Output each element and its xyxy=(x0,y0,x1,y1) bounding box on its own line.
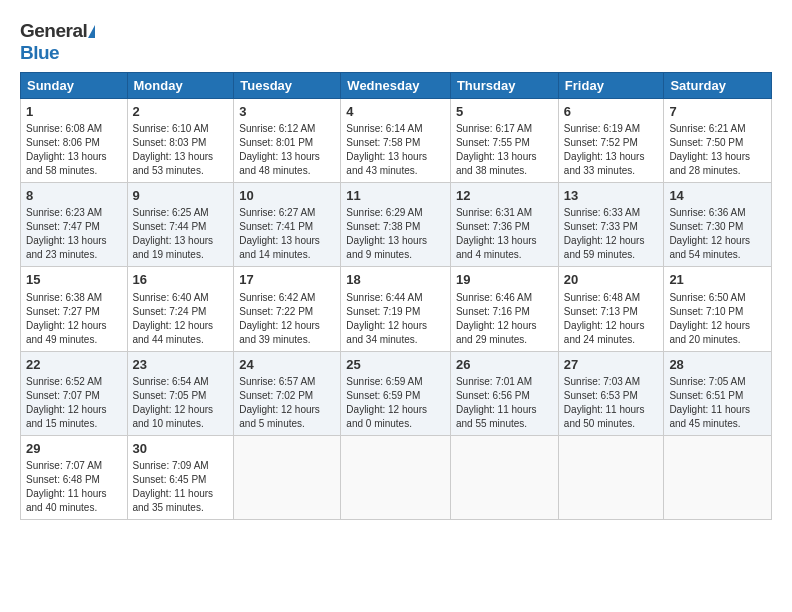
sunrise: Sunrise: 6:33 AM xyxy=(564,207,640,218)
sunset: Sunset: 7:24 PM xyxy=(133,306,207,317)
sunrise: Sunrise: 6:17 AM xyxy=(456,123,532,134)
daylight: Daylight: 12 hours and 10 minutes. xyxy=(133,404,214,429)
sunrise: Sunrise: 7:07 AM xyxy=(26,460,102,471)
day-number: 6 xyxy=(564,103,659,121)
sunset: Sunset: 7:55 PM xyxy=(456,137,530,148)
sunrise: Sunrise: 6:08 AM xyxy=(26,123,102,134)
logo-general: General xyxy=(20,20,87,42)
daylight: Daylight: 13 hours and 33 minutes. xyxy=(564,151,645,176)
day-number: 11 xyxy=(346,187,445,205)
day-number: 9 xyxy=(133,187,229,205)
calendar-cell: 3Sunrise: 6:12 AMSunset: 8:01 PMDaylight… xyxy=(234,99,341,183)
calendar-week-row: 1Sunrise: 6:08 AMSunset: 8:06 PMDaylight… xyxy=(21,99,772,183)
day-number: 30 xyxy=(133,440,229,458)
sunset: Sunset: 7:58 PM xyxy=(346,137,420,148)
day-number: 7 xyxy=(669,103,766,121)
sunrise: Sunrise: 6:59 AM xyxy=(346,376,422,387)
day-number: 19 xyxy=(456,271,553,289)
day-number: 17 xyxy=(239,271,335,289)
day-number: 8 xyxy=(26,187,122,205)
sunset: Sunset: 8:01 PM xyxy=(239,137,313,148)
day-number: 24 xyxy=(239,356,335,374)
sunrise: Sunrise: 7:05 AM xyxy=(669,376,745,387)
header: General Blue xyxy=(20,16,772,64)
calendar-cell: 2Sunrise: 6:10 AMSunset: 8:03 PMDaylight… xyxy=(127,99,234,183)
calendar-day-header: Sunday xyxy=(21,73,128,99)
sunset: Sunset: 7:41 PM xyxy=(239,221,313,232)
daylight: Daylight: 12 hours and 54 minutes. xyxy=(669,235,750,260)
calendar-cell: 27Sunrise: 7:03 AMSunset: 6:53 PMDayligh… xyxy=(558,351,664,435)
calendar-day-header: Thursday xyxy=(450,73,558,99)
calendar-cell: 16Sunrise: 6:40 AMSunset: 7:24 PMDayligh… xyxy=(127,267,234,351)
daylight: Daylight: 11 hours and 50 minutes. xyxy=(564,404,645,429)
day-number: 27 xyxy=(564,356,659,374)
day-number: 16 xyxy=(133,271,229,289)
daylight: Daylight: 11 hours and 40 minutes. xyxy=(26,488,107,513)
calendar-cell xyxy=(450,435,558,519)
logo: General Blue xyxy=(20,20,95,64)
sunset: Sunset: 6:59 PM xyxy=(346,390,420,401)
calendar-day-header: Wednesday xyxy=(341,73,451,99)
sunrise: Sunrise: 6:40 AM xyxy=(133,292,209,303)
calendar-cell: 10Sunrise: 6:27 AMSunset: 7:41 PMDayligh… xyxy=(234,183,341,267)
daylight: Daylight: 13 hours and 4 minutes. xyxy=(456,235,537,260)
daylight: Daylight: 12 hours and 34 minutes. xyxy=(346,320,427,345)
calendar-cell: 15Sunrise: 6:38 AMSunset: 7:27 PMDayligh… xyxy=(21,267,128,351)
calendar-cell: 24Sunrise: 6:57 AMSunset: 7:02 PMDayligh… xyxy=(234,351,341,435)
day-number: 13 xyxy=(564,187,659,205)
calendar-cell: 8Sunrise: 6:23 AMSunset: 7:47 PMDaylight… xyxy=(21,183,128,267)
daylight: Daylight: 13 hours and 58 minutes. xyxy=(26,151,107,176)
sunrise: Sunrise: 6:27 AM xyxy=(239,207,315,218)
sunrise: Sunrise: 6:57 AM xyxy=(239,376,315,387)
sunset: Sunset: 7:07 PM xyxy=(26,390,100,401)
logo-triangle-icon xyxy=(88,25,95,38)
daylight: Daylight: 13 hours and 23 minutes. xyxy=(26,235,107,260)
sunset: Sunset: 7:50 PM xyxy=(669,137,743,148)
sunrise: Sunrise: 6:19 AM xyxy=(564,123,640,134)
sunrise: Sunrise: 7:03 AM xyxy=(564,376,640,387)
calendar-week-row: 8Sunrise: 6:23 AMSunset: 7:47 PMDaylight… xyxy=(21,183,772,267)
daylight: Daylight: 12 hours and 15 minutes. xyxy=(26,404,107,429)
sunset: Sunset: 8:06 PM xyxy=(26,137,100,148)
sunrise: Sunrise: 6:38 AM xyxy=(26,292,102,303)
daylight: Daylight: 12 hours and 29 minutes. xyxy=(456,320,537,345)
sunrise: Sunrise: 7:01 AM xyxy=(456,376,532,387)
sunset: Sunset: 8:03 PM xyxy=(133,137,207,148)
sunrise: Sunrise: 6:10 AM xyxy=(133,123,209,134)
calendar-day-header: Saturday xyxy=(664,73,772,99)
calendar-cell: 19Sunrise: 6:46 AMSunset: 7:16 PMDayligh… xyxy=(450,267,558,351)
sunset: Sunset: 7:22 PM xyxy=(239,306,313,317)
day-number: 28 xyxy=(669,356,766,374)
daylight: Daylight: 13 hours and 53 minutes. xyxy=(133,151,214,176)
calendar-day-header: Monday xyxy=(127,73,234,99)
daylight: Daylight: 11 hours and 45 minutes. xyxy=(669,404,750,429)
day-number: 10 xyxy=(239,187,335,205)
sunset: Sunset: 7:30 PM xyxy=(669,221,743,232)
calendar-cell: 28Sunrise: 7:05 AMSunset: 6:51 PMDayligh… xyxy=(664,351,772,435)
daylight: Daylight: 12 hours and 20 minutes. xyxy=(669,320,750,345)
calendar-cell xyxy=(558,435,664,519)
calendar-cell: 11Sunrise: 6:29 AMSunset: 7:38 PMDayligh… xyxy=(341,183,451,267)
page: General Blue SundayMondayTuesdayWednesda… xyxy=(0,0,792,530)
sunset: Sunset: 7:10 PM xyxy=(669,306,743,317)
day-number: 14 xyxy=(669,187,766,205)
sunset: Sunset: 7:19 PM xyxy=(346,306,420,317)
calendar-cell: 30Sunrise: 7:09 AMSunset: 6:45 PMDayligh… xyxy=(127,435,234,519)
sunrise: Sunrise: 6:50 AM xyxy=(669,292,745,303)
day-number: 21 xyxy=(669,271,766,289)
calendar-week-row: 15Sunrise: 6:38 AMSunset: 7:27 PMDayligh… xyxy=(21,267,772,351)
daylight: Daylight: 13 hours and 43 minutes. xyxy=(346,151,427,176)
sunset: Sunset: 7:13 PM xyxy=(564,306,638,317)
daylight: Daylight: 11 hours and 55 minutes. xyxy=(456,404,537,429)
daylight: Daylight: 12 hours and 0 minutes. xyxy=(346,404,427,429)
calendar-cell: 12Sunrise: 6:31 AMSunset: 7:36 PMDayligh… xyxy=(450,183,558,267)
day-number: 26 xyxy=(456,356,553,374)
sunset: Sunset: 7:47 PM xyxy=(26,221,100,232)
sunrise: Sunrise: 6:42 AM xyxy=(239,292,315,303)
sunset: Sunset: 7:38 PM xyxy=(346,221,420,232)
calendar-day-header: Friday xyxy=(558,73,664,99)
day-number: 3 xyxy=(239,103,335,121)
sunrise: Sunrise: 6:25 AM xyxy=(133,207,209,218)
calendar-cell: 18Sunrise: 6:44 AMSunset: 7:19 PMDayligh… xyxy=(341,267,451,351)
calendar-cell: 29Sunrise: 7:07 AMSunset: 6:48 PMDayligh… xyxy=(21,435,128,519)
